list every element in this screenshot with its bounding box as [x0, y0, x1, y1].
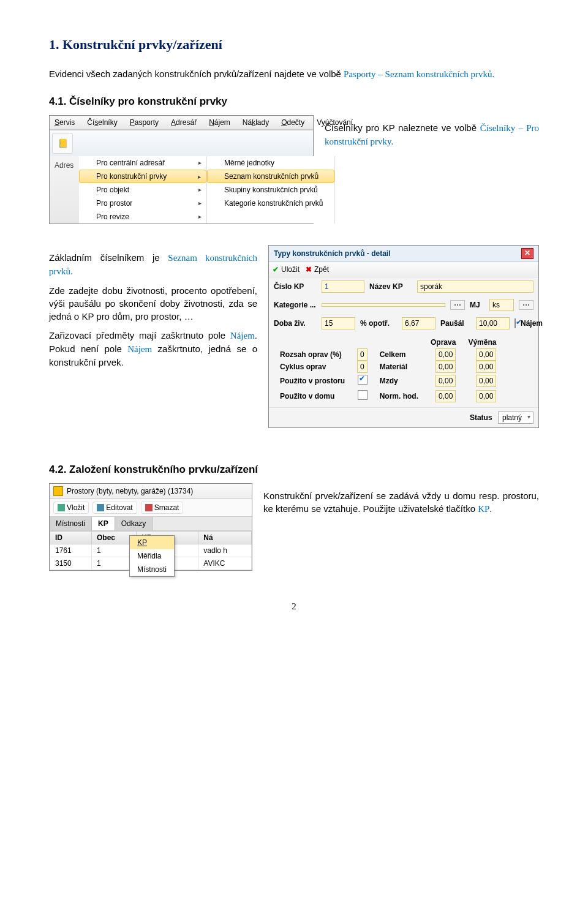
check-icon: ✔: [273, 265, 279, 274]
ribbon-btn-1[interactable]: 📒: [52, 133, 73, 154]
mj-picker[interactable]: ⋯: [519, 300, 533, 310]
kategorie-label: Kategorie ...: [274, 301, 317, 309]
kategorie-picker[interactable]: ⋯: [450, 300, 465, 310]
back-button[interactable]: ✖Zpět: [306, 265, 329, 274]
nazev-input[interactable]: sporák: [417, 280, 533, 293]
nazev-label: Název KP: [369, 282, 412, 291]
th-vymena: Výměna: [462, 336, 502, 348]
popup-meridla[interactable]: Měřidla: [130, 549, 174, 563]
intro-blue: Pasporty – Seznam konstrukčních prvků.: [344, 69, 494, 79]
normhod-oprava[interactable]: 0,00: [435, 390, 456, 402]
mj-input[interactable]: ks: [489, 299, 514, 311]
dialog-titlebar: Typy konstrukčních prvků - detail ✕: [269, 246, 538, 262]
popup-mistnosti[interactable]: Místnosti: [130, 563, 174, 576]
chevron-right-icon: ▸: [198, 200, 202, 206]
col-id[interactable]: ID: [50, 532, 92, 544]
plus-icon: [58, 504, 65, 511]
cislo-label: Číslo KP: [274, 282, 317, 291]
page-number: 2: [49, 601, 539, 612]
pouzito-domu-checkbox[interactable]: [358, 390, 368, 400]
najem-checkbox[interactable]: [514, 318, 516, 328]
status-select[interactable]: platný: [498, 412, 533, 424]
table-row: Cyklus oprav 0 Materiál 0,00 0,00: [274, 361, 502, 373]
submenu-item-prostor[interactable]: Pro prostor▸: [79, 197, 206, 210]
p41: Číselníky pro KP naleznete ve volbě Číse…: [325, 121, 539, 148]
mzdy-vymena[interactable]: 0,00: [476, 375, 496, 387]
heading-1: 1. Konstrukční prvky/zařízení: [49, 37, 539, 53]
close-icon[interactable]: ✕: [521, 248, 533, 259]
tab-kp[interactable]: KP: [92, 517, 115, 530]
cyklus-input[interactable]: 0: [357, 361, 368, 373]
p44d: Nájem: [127, 344, 152, 354]
menu-pasporty[interactable]: Pasporty: [127, 117, 161, 128]
table-row: Rozsah oprav (%) 0 Celkem 0,00 0,00: [274, 348, 502, 361]
submenu-item-central[interactable]: Pro centrální adresář▸: [79, 156, 206, 170]
submenu2-merne[interactable]: Měrné jednotky: [207, 156, 334, 170]
edit-icon: [97, 504, 104, 511]
dialog-screenshot: Typy konstrukčních prvků - detail ✕ ✔Ulo…: [268, 245, 539, 428]
menu-servis[interactable]: SServiservis: [52, 117, 77, 128]
material-vymena[interactable]: 0,00: [476, 361, 496, 373]
intro-paragraph: Evidenci všech zadaných konstrukčních pr…: [49, 67, 539, 81]
paus-input[interactable]: 10,00: [476, 317, 510, 329]
grid-screenshot: Prostory (byty, nebyty, garáže) (13734) …: [49, 483, 252, 571]
doba-input[interactable]: 15: [322, 317, 355, 329]
chevron-right-icon: ▸: [198, 159, 202, 166]
kp-popup: KP Měřidla Místnosti: [129, 535, 175, 577]
p42a: Základním číselníkem je: [49, 252, 168, 263]
heading-42: 4.2. Založení konstrukčního prvku/zaříze…: [49, 464, 539, 476]
save-button[interactable]: ✔Uložit: [273, 265, 300, 274]
submenu-col1: Pro centrální adresář▸ Pro konstrukční p…: [79, 156, 207, 224]
tab-mistnosti[interactable]: Místnosti: [50, 517, 92, 530]
submenu2-seznam[interactable]: Seznam konstrukčních prvků: [207, 170, 334, 183]
normhod-vymena[interactable]: 0,00: [476, 390, 496, 402]
kategorie-input[interactable]: [322, 303, 445, 307]
menubar: SServiservis Číselníky Pasporty Adresář …: [50, 116, 313, 130]
popup-kp[interactable]: KP: [130, 536, 174, 549]
p44b: Nájem: [230, 331, 255, 340]
menu-najem[interactable]: Nájem: [206, 117, 233, 128]
celkem-vymena[interactable]: 0,00: [476, 348, 496, 361]
chevron-right-icon: ▸: [198, 173, 201, 180]
vlozit-button[interactable]: Vložit: [53, 502, 89, 514]
x-icon: ✖: [306, 265, 312, 274]
heading-41: 4.1. Číselníky pro konstrukční prvky: [49, 96, 539, 108]
smazat-button[interactable]: Smazat: [141, 502, 184, 514]
menu-ciselniky[interactable]: Číselníky: [85, 117, 119, 128]
najem-label: Nájem: [521, 319, 545, 328]
submenu-item-revize[interactable]: Pro revize▸: [79, 210, 206, 224]
folder-icon: [53, 486, 63, 496]
p45b: KP: [478, 504, 489, 514]
intro-text: Evidenci všech zadaných konstrukčních pr…: [49, 69, 344, 79]
p43: Zde zadejte dobu životnosti, procento op…: [49, 284, 257, 323]
celkem-oprava[interactable]: 0,00: [435, 348, 456, 361]
menu-adresar[interactable]: Adresář: [168, 117, 199, 128]
col-na[interactable]: Ná: [198, 532, 252, 544]
ribbon-strip: 📒: [50, 130, 313, 156]
paus-label: Paušál: [440, 319, 471, 328]
delete-icon: [145, 504, 153, 511]
submenu2-kategorie[interactable]: Kategorie konstrukčních prvků: [207, 197, 334, 210]
editovat-button[interactable]: Editovat: [92, 502, 137, 514]
submenu-item-objekt[interactable]: Pro objekt▸: [79, 183, 206, 197]
submenu2-skupiny[interactable]: Skupiny konstrukčních prvků: [207, 183, 334, 197]
chevron-right-icon: ▸: [198, 186, 202, 193]
table-row: Použito v domu Norm. hod. 0,00 0,00: [274, 388, 502, 404]
th-oprava: Oprava: [424, 336, 462, 348]
opotr-label: % opotř.: [360, 319, 397, 328]
rozsah-input[interactable]: 0: [357, 348, 368, 361]
mzdy-oprava[interactable]: 0,00: [435, 375, 456, 387]
p42: Základním číselníkem je Seznam konstrukč…: [49, 251, 257, 278]
menu-odecty[interactable]: Odečty: [279, 117, 307, 128]
tab-odkazy[interactable]: Odkazy: [115, 517, 153, 530]
p45c: .: [489, 503, 492, 514]
submenu-item-konstrukcni[interactable]: Pro konstrukční prvky▸: [79, 170, 206, 183]
cislo-input[interactable]: 1: [322, 280, 364, 293]
material-oprava[interactable]: 0,00: [435, 361, 456, 373]
menu-naklady[interactable]: Náklady: [240, 117, 271, 128]
pouzito-prostor-checkbox[interactable]: [358, 375, 368, 385]
grid-title: Prostory (byty, nebyty, garáže) (13734): [67, 487, 193, 495]
submenu-col2: Měrné jednotky Seznam konstrukčních prvk…: [207, 156, 335, 224]
opotr-input[interactable]: 6,67: [402, 317, 435, 329]
p45: Konstrukční prvek/zařízení se zadává vžd…: [263, 489, 539, 516]
